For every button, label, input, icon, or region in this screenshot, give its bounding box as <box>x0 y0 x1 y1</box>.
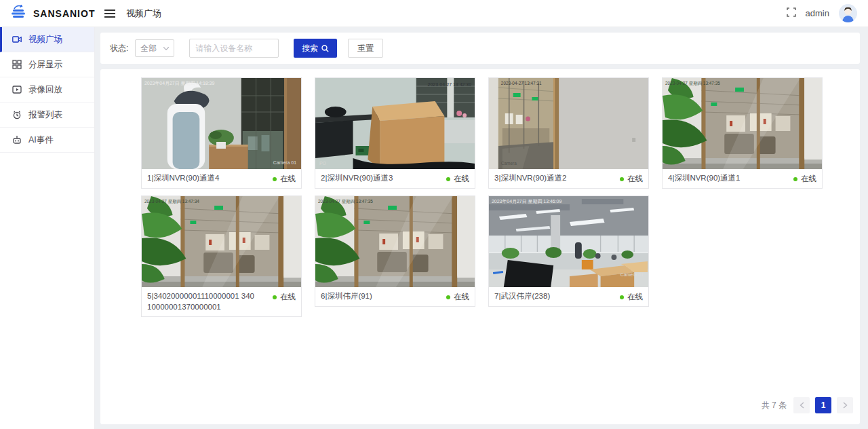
logo-text: SANSANIOT <box>33 8 95 19</box>
sidebar-item-ai-events[interactable]: AI事件 <box>0 128 94 153</box>
search-button[interactable]: 搜索 <box>294 39 337 58</box>
camera-name: 7|武汉伟岸(238) <box>494 291 601 302</box>
camera-name: 4|深圳NVR(90)通道1 <box>668 173 775 184</box>
menu-collapse-icon[interactable] <box>104 9 115 18</box>
camera-thumbnail[interactable]: 2023年04月27日 星期四 14:18:39 Camera 01 <box>142 78 301 169</box>
camera-thumbnail[interactable]: 2023-04-27 星期四 13:47:35 <box>663 78 822 169</box>
sidebar-item-label: 录像回放 <box>28 84 62 96</box>
camera-card[interactable]: 2023-04-27 星期四 13:47:35 6|深圳伟岸(91) 在线 <box>315 195 475 307</box>
osd-timestamp: 2023-04-27 星期四 13:47:34 <box>144 199 199 204</box>
sidebar-item-label: 分屏显示 <box>28 59 62 71</box>
camera-thumbnail[interactable]: 2023-04-27 星期四 13:47:35 <box>315 196 475 287</box>
status-text: 在线 <box>280 174 296 184</box>
sidebar-item-playback[interactable]: 录像回放 <box>0 77 94 102</box>
osd-camera-label: PO <box>319 161 327 166</box>
camera-thumbnail[interactable]: 2023-04-27 13:42:30 PO <box>315 78 475 169</box>
pagination-page-1[interactable]: 1 <box>815 397 831 413</box>
sidebar-item-split-screen[interactable]: 分屏显示 <box>0 52 94 77</box>
osd-camera-label: Camera 01 <box>273 160 296 165</box>
camera-card[interactable]: 2023-04-27 13:47:31 Camera 3|深圳NVR(90)通道… <box>488 77 649 189</box>
online-dot <box>446 295 450 299</box>
camera-card[interactable]: 2023年04月27日 星期四 14:18:39 Camera 01 1|深圳N… <box>141 77 302 189</box>
status-text: 在线 <box>280 292 296 302</box>
camera-card[interactable]: 2023-04-27 13:42:30 PO 2|深圳NVR(90)通道3 在线 <box>315 77 475 189</box>
app-window: SANSANIOT 视频广场 admin <box>0 0 868 429</box>
osd-timestamp: 2023-04-27 13:42:30 <box>428 82 472 87</box>
device-name-input[interactable] <box>189 39 279 58</box>
avatar[interactable] <box>839 4 857 22</box>
reset-button[interactable]: 重置 <box>348 39 383 58</box>
camera-cards: 2023年04月27日 星期四 14:18:39 Camera 01 1|深圳N… <box>100 69 860 317</box>
online-dot <box>620 295 624 299</box>
osd-camera-label: Camera <box>501 161 517 166</box>
status-text: 在线 <box>627 174 643 184</box>
camera-card-bar: 3|深圳NVR(90)通道2 在线 <box>489 169 648 188</box>
status-select-value: 全部 <box>140 43 157 54</box>
sidebar: 视频广场 分屏显示 录像回放 报警列表 <box>0 27 95 429</box>
camera-card-bar: 4|深圳NVR(90)通道1 在线 <box>663 169 822 188</box>
sidebar-item-label: AI事件 <box>28 134 54 146</box>
status-filter-label: 状态: <box>110 43 128 54</box>
camera-grid-panel: 2023年04月27日 星期四 14:18:39 Camera 01 1|深圳N… <box>100 69 860 424</box>
fullscreen-icon[interactable] <box>787 7 796 20</box>
osd-camera-label: Camera 01 <box>620 272 644 277</box>
logo-icon <box>11 5 28 22</box>
alarm-clock-icon <box>12 110 22 119</box>
logo: SANSANIOT <box>0 5 95 22</box>
online-dot <box>273 295 277 299</box>
camera-status: 在线 <box>446 173 469 184</box>
online-dot <box>273 177 277 181</box>
camera-card-bar: 2|深圳NVR(90)通道3 在线 <box>315 169 475 188</box>
camera-thumbnail[interactable]: 2023-04-27 星期四 13:47:34 <box>142 196 301 287</box>
camera-thumbnail[interactable]: 2023年04月27日 星期四 13:46:09 Camera 01 <box>489 196 648 287</box>
top-navbar: SANSANIOT 视频广场 admin <box>0 0 868 27</box>
camera-thumbnail[interactable]: 2023-04-27 13:47:31 Camera <box>489 78 648 169</box>
camera-name: 6|深圳伟岸(91) <box>321 291 428 302</box>
camera-status: 在线 <box>273 291 296 302</box>
camera-card-bar: 1|深圳NVR(90)通道4 在线 <box>142 169 301 188</box>
camera-card[interactable]: 2023-04-27 星期四 13:47:35 4|深圳NVR(90)通道1 在… <box>662 77 823 189</box>
camera-card[interactable]: 2023-04-27 星期四 13:47:34 5|34020000001110… <box>141 195 302 317</box>
camera-status: 在线 <box>620 291 643 302</box>
sidebar-item-label: 报警列表 <box>28 109 62 121</box>
pagination-next-button[interactable] <box>837 397 853 413</box>
camera-name: 2|深圳NVR(90)通道3 <box>321 173 428 184</box>
camera-card[interactable]: 2023年04月27日 星期四 13:46:09 Camera 01 7|武汉伟… <box>488 195 649 307</box>
status-select[interactable]: 全部 <box>135 39 174 57</box>
search-button-label: 搜索 <box>302 43 318 54</box>
grid-icon <box>12 60 22 69</box>
osd-timestamp: 2023年04月27日 星期四 14:18:39 <box>144 81 214 86</box>
robot-icon <box>12 135 22 145</box>
sidebar-item-video-plaza[interactable]: 视频广场 <box>0 27 94 52</box>
status-text: 在线 <box>454 174 469 184</box>
camera-name: 3|深圳NVR(90)通道2 <box>494 173 601 184</box>
playback-icon <box>12 85 22 94</box>
username[interactable]: admin <box>806 8 829 18</box>
filter-bar: 状态: 全部 搜索 重置 <box>100 33 860 64</box>
online-dot <box>793 177 797 181</box>
camera-card-bar: 7|武汉伟岸(238) 在线 <box>489 287 648 306</box>
camera-status: 在线 <box>273 173 296 184</box>
osd-timestamp: 2023-04-27 星期四 13:47:35 <box>665 81 720 86</box>
osd-timestamp: 2023年04月27日 星期四 13:46:09 <box>492 199 561 204</box>
chevron-right-icon <box>843 402 848 409</box>
camera-status: 在线 <box>620 173 643 184</box>
osd-timestamp: 2023-04-27 星期四 13:47:35 <box>318 199 373 204</box>
sidebar-item-alarm-list[interactable]: 报警列表 <box>0 102 94 128</box>
pagination-prev-button[interactable] <box>793 397 810 413</box>
chevron-left-icon <box>800 402 804 409</box>
status-text: 在线 <box>801 174 816 184</box>
status-text: 在线 <box>454 292 469 302</box>
camera-name: 5|34020000001110000001 34010000001370000… <box>147 291 254 312</box>
online-dot <box>446 177 450 181</box>
video-camera-icon <box>12 35 22 44</box>
header-right: admin <box>787 4 868 22</box>
camera-card-bar: 6|深圳伟岸(91) 在线 <box>315 287 475 306</box>
page-title: 视频广场 <box>126 7 161 20</box>
sidebar-item-label: 视频广场 <box>28 34 62 45</box>
camera-card-bar: 5|34020000001110000001 34010000001370000… <box>142 287 301 316</box>
pagination-total: 共 7 条 <box>762 400 787 411</box>
camera-name: 1|深圳NVR(90)通道4 <box>147 173 254 184</box>
content-area: 状态: 全部 搜索 重置 <box>95 27 868 429</box>
camera-status: 在线 <box>446 291 469 302</box>
